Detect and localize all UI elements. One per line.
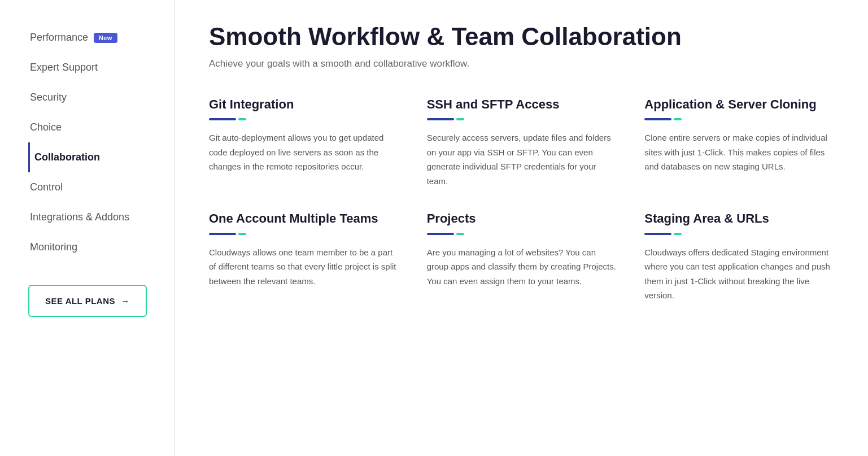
divider-green-app-server-cloning [674,118,682,120]
sidebar-item-monitoring[interactable]: Monitoring [28,232,157,262]
feature-divider-one-account-multiple-teams [209,233,399,235]
main-content: Smooth Workflow & Team Collaboration Ach… [175,0,868,456]
feature-divider-staging-area-urls [644,233,834,235]
features-grid: Git Integration Git auto-deployment allo… [209,97,834,303]
page-layout: PerformanceNewExpert SupportSecurityChoi… [0,0,868,456]
see-all-plans-label: SEE ALL PLANS [45,296,115,306]
divider-blue-staging-area-urls [644,233,671,235]
feature-divider-git-integration [209,118,399,120]
feature-title-git-integration: Git Integration [209,97,399,113]
feature-title-app-server-cloning: Application & Server Cloning [644,97,834,113]
sidebar-label-control: Control [30,181,63,193]
feature-desc-app-server-cloning: Clone entire servers or make copies of i… [644,131,834,174]
arrow-icon: → [121,296,130,306]
see-all-plans-button[interactable]: SEE ALL PLANS → [28,285,147,317]
sidebar-label-collaboration: Collaboration [34,151,100,163]
divider-green-one-account-multiple-teams [238,233,246,235]
feature-card-projects: Projects Are you managing a lot of websi… [427,211,617,303]
divider-green-ssh-sftp [456,118,464,120]
divider-blue-app-server-cloning [644,118,671,120]
feature-desc-staging-area-urls: Cloudways offers dedicated Staging envir… [644,245,834,303]
divider-green-staging-area-urls [674,233,682,235]
sidebar-item-control[interactable]: Control [28,172,157,202]
new-badge-performance: New [94,33,117,43]
sidebar-item-expert-support[interactable]: Expert Support [28,53,157,82]
divider-green-git-integration [238,118,246,120]
feature-divider-app-server-cloning [644,118,834,120]
sidebar-label-security: Security [30,92,67,103]
divider-blue-one-account-multiple-teams [209,233,236,235]
feature-card-git-integration: Git Integration Git auto-deployment allo… [209,97,399,189]
feature-desc-git-integration: Git auto-deployment allows you to get up… [209,131,399,174]
feature-title-projects: Projects [427,211,617,227]
sidebar-item-choice[interactable]: Choice [28,112,157,142]
sidebar-item-integrations-addons[interactable]: Integrations & Addons [28,202,157,232]
feature-divider-ssh-sftp [427,118,617,120]
sidebar-item-security[interactable]: Security [28,82,157,112]
feature-title-ssh-sftp: SSH and SFTP Access [427,97,617,113]
feature-desc-projects: Are you managing a lot of websites? You … [427,245,617,289]
divider-blue-projects [427,233,454,235]
feature-desc-ssh-sftp: Securely access servers, update files an… [427,131,617,188]
feature-title-staging-area-urls: Staging Area & URLs [644,211,834,227]
feature-card-one-account-multiple-teams: One Account Multiple Teams Cloudways all… [209,211,399,303]
sidebar-item-collaboration[interactable]: Collaboration [28,142,157,172]
feature-desc-one-account-multiple-teams: Cloudways allows one team member to be a… [209,245,399,289]
divider-blue-git-integration [209,118,236,120]
sidebar-item-performance[interactable]: PerformanceNew [28,23,157,53]
divider-green-projects [456,233,464,235]
sidebar-label-monitoring: Monitoring [30,241,77,253]
feature-divider-projects [427,233,617,235]
feature-title-one-account-multiple-teams: One Account Multiple Teams [209,211,399,227]
sidebar-label-choice: Choice [30,121,62,133]
sidebar: PerformanceNewExpert SupportSecurityChoi… [0,0,175,456]
sidebar-label-performance: Performance [30,32,88,44]
page-subtitle: Achieve your goals with a smooth and col… [209,58,834,70]
sidebar-label-expert-support: Expert Support [30,62,98,73]
divider-blue-ssh-sftp [427,118,454,120]
feature-card-app-server-cloning: Application & Server Cloning Clone entir… [644,97,834,189]
page-title: Smooth Workflow & Team Collaboration [209,23,834,51]
feature-card-staging-area-urls: Staging Area & URLs Cloudways offers ded… [644,211,834,303]
sidebar-label-integrations-addons: Integrations & Addons [30,211,129,223]
feature-card-ssh-sftp: SSH and SFTP Access Securely access serv… [427,97,617,189]
